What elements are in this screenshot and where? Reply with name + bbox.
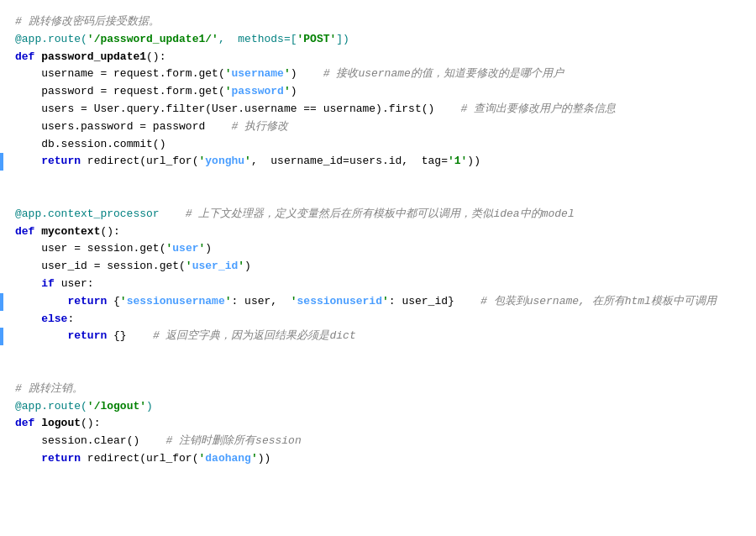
line-2: @app.route('/password_update1/', methods… <box>0 31 756 49</box>
line-1-content: # 跳转修改密码后接受数据。 <box>8 13 756 31</box>
line-22: # 跳转注销。 <box>0 381 756 398</box>
line-16: if user: <box>0 276 756 293</box>
line-16-content: if user: <box>8 276 756 293</box>
line-4-content: username = request.form.get('username') … <box>8 66 756 83</box>
line-11 <box>0 188 756 206</box>
line-20 <box>0 345 756 363</box>
line-14-content: user = session.get('user') <box>8 240 756 258</box>
line-14: user = session.get('user') <box>0 240 756 258</box>
line-1: # 跳转修改密码后接受数据。 <box>0 13 756 31</box>
line-2-content: @app.route('/password_update1/', methods… <box>8 31 756 49</box>
line-25-content: session.clear() # 注销时删除所有session <box>8 433 756 450</box>
line-3: def password_update1(): <box>0 49 756 66</box>
code-container: # 跳转修改密码后接受数据。 @app.route('/password_upd… <box>0 8 756 473</box>
line-17-content: return {'sessionusername': user, 'sessio… <box>8 293 756 311</box>
line-18-content: else: <box>8 311 756 328</box>
line-18: else: <box>0 311 756 328</box>
line-26-content: return redirect(url_for('daohang')) <box>8 450 756 468</box>
line-23: @app.route('/logout') <box>0 398 756 416</box>
line-13-content: def mycontext(): <box>8 223 756 241</box>
line-15-content: user_id = session.get('user_id') <box>8 258 756 276</box>
line-6: users = User.query.filter(User.username … <box>0 101 756 118</box>
line-15: user_id = session.get('user_id') <box>0 258 756 276</box>
line-17: return {'sessionusername': user, 'sessio… <box>0 293 756 311</box>
line-8-content: db.session.commit() <box>8 136 756 154</box>
line-12-content: @app.context_processor # 上下文处理器，定义变量然后在所… <box>8 206 756 223</box>
line-22-content: # 跳转注销。 <box>8 381 756 398</box>
line-25: session.clear() # 注销时删除所有session <box>0 433 756 450</box>
line-10 <box>0 171 756 188</box>
line-19: return {} # 返回空字典，因为返回结果必须是dict <box>0 328 756 345</box>
line-7: users.password = password # 执行修改 <box>0 118 756 136</box>
line-24: def logout(): <box>0 415 756 433</box>
line-8: db.session.commit() <box>0 136 756 154</box>
line-21 <box>0 363 756 381</box>
line-9-content: return redirect(url_for('yonghu', userna… <box>8 153 756 171</box>
line-13: def mycontext(): <box>0 223 756 241</box>
line-6-content: users = User.query.filter(User.username … <box>8 101 756 118</box>
line-4: username = request.form.get('username') … <box>0 66 756 83</box>
line-26: return redirect(url_for('daohang')) <box>0 450 756 468</box>
line-7-content: users.password = password # 执行修改 <box>8 118 756 136</box>
line-19-content: return {} # 返回空字典，因为返回结果必须是dict <box>8 328 756 345</box>
line-23-content: @app.route('/logout') <box>8 398 756 416</box>
line-9: return redirect(url_for('yonghu', userna… <box>0 153 756 171</box>
line-5: password = request.form.get('password') <box>0 83 756 101</box>
line-3-content: def password_update1(): <box>8 49 756 66</box>
line-24-content: def logout(): <box>8 415 756 433</box>
line-12: @app.context_processor # 上下文处理器，定义变量然后在所… <box>0 206 756 223</box>
line-5-content: password = request.form.get('password') <box>8 83 756 101</box>
